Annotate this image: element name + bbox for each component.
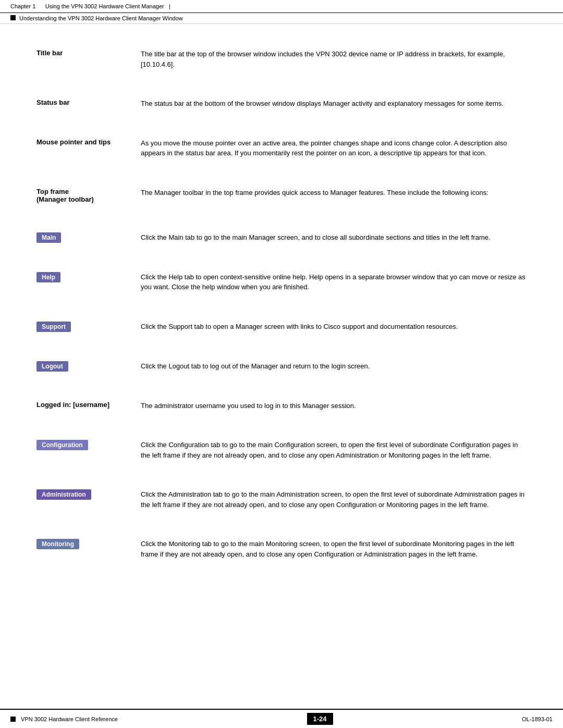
label-text-status-bar: Status bar xyxy=(36,98,70,106)
table-row-administration-tab: AdministrationClick the Administration t… xyxy=(31,485,532,520)
section-title: Understanding the VPN 3002 Hardware Clie… xyxy=(19,15,183,21)
label-cell-logged-in: Logged in: [username] xyxy=(31,397,136,422)
page-number: 1-24 xyxy=(307,713,333,725)
desc-cell-configuration-tab: Click the Configuration tab to go to the… xyxy=(136,436,532,471)
square-icon xyxy=(10,15,16,20)
chapter-label: Chapter 1 xyxy=(10,3,35,9)
desc-cell-support-tab: Click the Support tab to open a Manager … xyxy=(136,317,532,342)
tab-button-main-tab[interactable]: Main xyxy=(36,232,61,243)
table-row-title-bar: Title barThe title bar at the top of the… xyxy=(31,45,532,80)
sub-header: Understanding the VPN 3002 Hardware Clie… xyxy=(0,13,563,24)
spacer-row xyxy=(31,119,532,134)
desc-cell-monitoring-tab: Click the Monitoring tab to go to the ma… xyxy=(136,535,532,570)
label-cell-help-tab: Help xyxy=(31,268,136,303)
label-text-title-bar: Title bar xyxy=(36,49,63,57)
label-cell-configuration-tab: Configuration xyxy=(31,436,136,471)
label-cell-top-frame: Top frame(Manager toolbar) xyxy=(31,183,136,214)
chapter-title: Using the VPN 3002 Hardware Client Manag… xyxy=(45,3,164,9)
table-row-mouse-pointer: Mouse pointer and tipsAs you move the mo… xyxy=(31,134,532,169)
footer-right-text: OL-1893-01 xyxy=(522,716,553,722)
tab-button-administration-tab[interactable]: Administration xyxy=(36,489,91,500)
label-cell-administration-tab: Administration xyxy=(31,485,136,520)
label-cell-monitoring-tab: Monitoring xyxy=(31,535,136,570)
spacer-row xyxy=(31,303,532,317)
desc-cell-administration-tab: Click the Administration tab to go to th… xyxy=(136,485,532,520)
footer-square-icon xyxy=(10,717,16,722)
desc-cell-logout-tab: Click the Logout tab to log out of the M… xyxy=(136,357,532,382)
spacer-row xyxy=(31,570,532,584)
table-row-help-tab: HelpClick the Help tab to open context-s… xyxy=(31,268,532,303)
spacer-row xyxy=(31,214,532,228)
main-content: Title barThe title bar at the top of the… xyxy=(0,24,563,615)
footer-left-text: VPN 3002 Hardware Client Reference xyxy=(21,716,118,722)
tab-button-support-tab[interactable]: Support xyxy=(36,322,71,332)
table-row-logged-in: Logged in: [username]The administrator u… xyxy=(31,397,532,422)
desc-cell-title-bar: The title bar at the top of the browser … xyxy=(136,45,532,80)
spacer-row xyxy=(31,520,532,535)
spacer-row xyxy=(31,169,532,183)
footer-left: VPN 3002 Hardware Client Reference xyxy=(10,716,118,722)
top-header: Chapter 1 Using the VPN 3002 Hardware Cl… xyxy=(0,0,563,13)
label-cell-main-tab: Main xyxy=(31,228,136,253)
spacer-row xyxy=(31,80,532,94)
chapter-info: Chapter 1 Using the VPN 3002 Hardware Cl… xyxy=(10,3,170,9)
desc-cell-main-tab: Click the Main tab to go to the main Man… xyxy=(136,228,532,253)
table-row-top-frame: Top frame(Manager toolbar)The Manager to… xyxy=(31,183,532,214)
spacer-row xyxy=(31,342,532,357)
tab-button-help-tab[interactable]: Help xyxy=(36,272,60,282)
spacer-row xyxy=(31,421,532,436)
label-text-top-frame: (Manager toolbar) xyxy=(36,195,94,203)
label-text-mouse-pointer: Mouse pointer and tips xyxy=(36,138,111,146)
table-row-logout-tab: LogoutClick the Logout tab to log out of… xyxy=(31,357,532,382)
page-footer: VPN 3002 Hardware Client Reference 1-24 … xyxy=(0,709,563,728)
desc-cell-logged-in: The administrator username you used to l… xyxy=(136,397,532,422)
desc-cell-help-tab: Click the Help tab to open context-sensi… xyxy=(136,268,532,303)
desc-cell-top-frame: The Manager toolbar in the top frame pro… xyxy=(136,183,532,214)
desc-cell-mouse-pointer: As you move the mouse pointer over an ac… xyxy=(136,134,532,169)
table-row-status-bar: Status barThe status bar at the bottom o… xyxy=(31,94,532,119)
table-row-configuration-tab: ConfigurationClick the Configuration tab… xyxy=(31,436,532,471)
label-text-logged-in: Logged in: [username] xyxy=(36,401,109,409)
label-cell-status-bar: Status bar xyxy=(31,94,136,119)
spacer-row xyxy=(31,382,532,397)
content-table: Title barThe title bar at the top of the… xyxy=(31,45,532,584)
label-cell-support-tab: Support xyxy=(31,317,136,342)
label-text-top-frame: Top frame xyxy=(36,188,69,195)
table-row-support-tab: SupportClick the Support tab to open a M… xyxy=(31,317,532,342)
tab-button-monitoring-tab[interactable]: Monitoring xyxy=(36,539,79,549)
label-cell-title-bar: Title bar xyxy=(31,45,136,80)
desc-cell-status-bar: The status bar at the bottom of the brow… xyxy=(136,94,532,119)
tab-button-configuration-tab[interactable]: Configuration xyxy=(36,440,88,450)
table-row-monitoring-tab: MonitoringClick the Monitoring tab to go… xyxy=(31,535,532,570)
label-cell-mouse-pointer: Mouse pointer and tips xyxy=(31,134,136,169)
tab-button-logout-tab[interactable]: Logout xyxy=(36,361,68,372)
table-row-main-tab: MainClick the Main tab to go to the main… xyxy=(31,228,532,253)
spacer-row xyxy=(31,471,532,485)
label-cell-logout-tab: Logout xyxy=(31,357,136,382)
spacer-row xyxy=(31,253,532,268)
